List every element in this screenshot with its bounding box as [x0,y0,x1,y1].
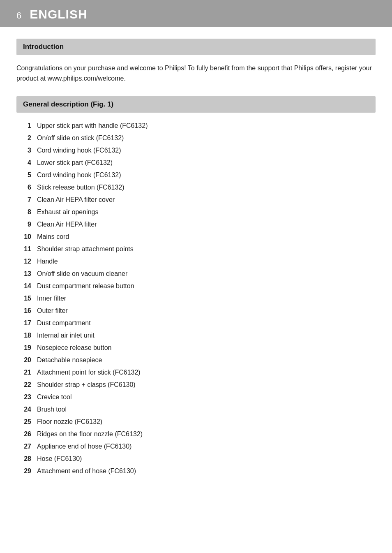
item-number: 6 [16,183,31,192]
item-text: Internal air inlet unit [37,331,95,340]
item-text: Dust compartment [37,318,91,328]
list-item: 18Internal air inlet unit [16,331,376,340]
list-item: 22Shoulder strap + clasps (FC6130) [16,380,376,390]
list-item: 6Stick release button (FC6132) [16,183,376,192]
item-number: 18 [16,331,31,340]
list-item: 12Handle [16,257,376,266]
item-text: Mains cord [37,232,69,242]
item-text: Exhaust air openings [37,207,98,217]
item-number: 22 [16,380,31,390]
item-number: 25 [16,417,31,427]
item-text: Inner filter [37,294,66,303]
introduction-body: Congratulations on your purchase and wel… [16,63,376,84]
item-number: 15 [16,294,31,303]
item-number: 14 [16,281,31,291]
item-text: Dust compartment release button [37,281,134,291]
item-number: 24 [16,405,31,414]
item-text: Attachment end of hose (FC6130) [37,466,136,476]
item-number: 10 [16,232,31,242]
item-number: 4 [16,158,31,168]
list-item: 9Clean Air HEPA filter [16,220,376,229]
item-text: Crevice tool [37,392,71,402]
general-description-header: General description (Fig. 1) [16,96,376,113]
list-item: 16Outer filter [16,306,376,316]
list-item: 13On/off slide on vacuum cleaner [16,269,376,279]
list-item: 7Clean Air HEPA filter cover [16,195,376,205]
item-text: Outer filter [37,306,68,316]
list-item: 10Mains cord [16,232,376,242]
item-text: Ridges on the floor nozzle (FC6132) [37,429,143,439]
item-text: Shoulder strap attachment points [37,244,134,254]
item-text: Cord winding hook (FC6132) [37,170,121,180]
introduction-title: Introduction [23,43,369,51]
description-list: 1Upper stick part with handle (FC6132)2O… [16,121,376,476]
list-item: 3Cord winding hook (FC6132) [16,146,376,155]
item-text: Upper stick part with handle (FC6132) [37,121,148,131]
list-item: 11Shoulder strap attachment points [16,244,376,254]
item-text: Cord winding hook (FC6132) [37,146,121,155]
item-number: 20 [16,355,31,365]
item-number: 16 [16,306,31,316]
item-number: 7 [16,195,31,205]
item-number: 29 [16,466,31,476]
language-title: ENGLISH [30,7,87,21]
item-text: Appliance end of hose (FC6130) [37,442,131,451]
list-item: 28Hose (FC6130) [16,454,376,464]
list-item: 1Upper stick part with handle (FC6132) [16,121,376,131]
item-number: 8 [16,207,31,217]
list-item: 2On/off slide on stick (FC6132) [16,133,376,143]
item-text: Lower stick part (FC6132) [37,158,113,168]
list-item: 17Dust compartment [16,318,376,328]
list-item: 29Attachment end of hose (FC6130) [16,466,376,476]
item-text: Shoulder strap + clasps (FC6130) [37,380,136,390]
item-number: 19 [16,343,31,353]
list-item: 27Appliance end of hose (FC6130) [16,442,376,451]
list-item: 24Brush tool [16,405,376,414]
list-item: 26Ridges on the floor nozzle (FC6132) [16,429,376,439]
item-text: Nosepiece release button [37,343,111,353]
item-number: 23 [16,392,31,402]
item-text: Handle [37,257,58,266]
list-item: 23Crevice tool [16,392,376,402]
item-number: 27 [16,442,31,451]
list-item: 14Dust compartment release button [16,281,376,291]
general-description-title: General description (Fig. 1) [23,100,369,109]
item-number: 3 [16,146,31,155]
item-text: Stick release button (FC6132) [37,183,125,192]
main-content: Introduction Congratulations on your pur… [0,27,392,495]
list-item: 4Lower stick part (FC6132) [16,158,376,168]
header-bar: 6 ENGLISH [0,0,392,27]
item-text: Clean Air HEPA filter cover [37,195,115,205]
list-item: 25Floor nozzle (FC6132) [16,417,376,427]
item-number: 28 [16,454,31,464]
list-item: 15Inner filter [16,294,376,303]
item-text: Detachable nosepiece [37,355,102,365]
item-number: 12 [16,257,31,266]
item-number: 2 [16,133,31,143]
list-item: 21Attachment point for stick (FC6132) [16,368,376,377]
item-text: Hose (FC6130) [37,454,82,464]
introduction-header: Introduction [16,39,376,55]
list-item: 5Cord winding hook (FC6132) [16,170,376,180]
page: 6 ENGLISH Introduction Congratulations o… [0,0,392,553]
item-text: Attachment point for stick (FC6132) [37,368,141,377]
item-text: On/off slide on vacuum cleaner [37,269,127,279]
item-number: 21 [16,368,31,377]
item-number: 1 [16,121,31,131]
item-number: 11 [16,244,31,254]
item-number: 9 [16,220,31,229]
item-text: Clean Air HEPA filter [37,220,97,229]
list-item: 19Nosepiece release button [16,343,376,353]
item-number: 5 [16,170,31,180]
item-number: 26 [16,429,31,439]
list-item: 8Exhaust air openings [16,207,376,217]
page-number: 6 [16,10,21,21]
item-number: 13 [16,269,31,279]
list-item: 20Detachable nosepiece [16,355,376,365]
item-text: Floor nozzle (FC6132) [37,417,102,427]
item-number: 17 [16,318,31,328]
item-text: Brush tool [37,405,67,414]
item-text: On/off slide on stick (FC6132) [37,133,124,143]
